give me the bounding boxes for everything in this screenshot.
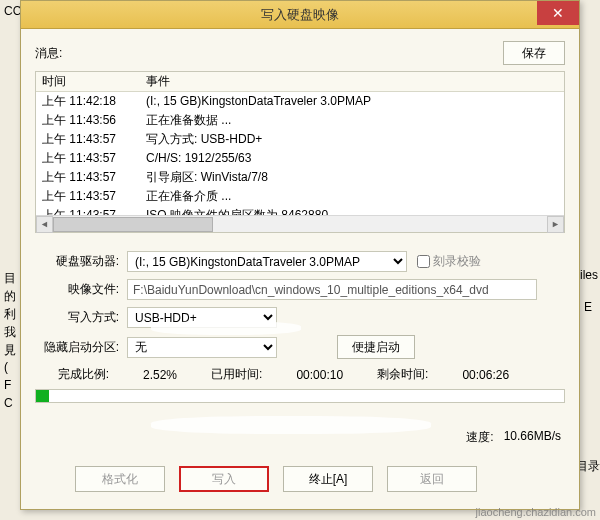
log-time: 上午 11:43:56 bbox=[42, 112, 146, 129]
log-time: 上午 11:43:57 bbox=[42, 131, 146, 148]
write-mode-select[interactable]: USB-HDD+ bbox=[127, 307, 277, 328]
log-event: 写入方式: USB-HDD+ bbox=[146, 131, 558, 148]
log-row[interactable]: 上午 11:43:57引导扇区: WinVista/7/8 bbox=[36, 168, 564, 187]
scroll-thumb[interactable] bbox=[53, 217, 213, 232]
save-button[interactable]: 保存 bbox=[503, 41, 565, 65]
progress-remain-value: 00:06:26 bbox=[462, 368, 509, 382]
watermark: jiaocheng.chazidian.com bbox=[476, 506, 596, 518]
window-title: 写入硬盘映像 bbox=[261, 6, 339, 24]
bg-text: C bbox=[4, 396, 13, 410]
progress-elapsed-label: 已用时间: bbox=[211, 366, 262, 383]
bg-text: E bbox=[584, 300, 592, 314]
bg-text: 見 bbox=[4, 342, 16, 359]
hidden-boot-select[interactable]: 无 bbox=[127, 337, 277, 358]
back-button[interactable]: 返回 bbox=[387, 466, 477, 492]
progress-done-value: 2.52% bbox=[143, 368, 177, 382]
verify-checkbox-input[interactable] bbox=[417, 255, 430, 268]
log-row[interactable]: 上午 11:43:56正在准备数据 ... bbox=[36, 111, 564, 130]
progress-bar-fill bbox=[36, 390, 49, 402]
bg-text: 利 bbox=[4, 306, 16, 323]
titlebar[interactable]: 写入硬盘映像 ✕ bbox=[21, 1, 579, 29]
log-row[interactable]: 上午 11:43:57正在准备介质 ... bbox=[36, 187, 564, 206]
progress-done-label: 完成比例: bbox=[35, 366, 109, 383]
log-time: 上午 11:43:57 bbox=[42, 188, 146, 205]
log-event: 引导扇区: WinVista/7/8 bbox=[146, 169, 558, 186]
dialog-write-disk-image: 写入硬盘映像 ✕ 消息: 保存 时间 事件 上午 11:42:18(I:, 15… bbox=[20, 0, 580, 510]
log-event: 正在准备数据 ... bbox=[146, 112, 558, 129]
progress-elapsed-value: 00:00:10 bbox=[296, 368, 343, 382]
quick-boot-button[interactable]: 便捷启动 bbox=[337, 335, 415, 359]
write-mode-label: 写入方式: bbox=[35, 309, 127, 326]
log-col-time[interactable]: 时间 bbox=[42, 73, 146, 90]
log-time: 上午 11:42:18 bbox=[42, 93, 146, 110]
abort-button[interactable]: 终止[A] bbox=[283, 466, 373, 492]
format-button[interactable]: 格式化 bbox=[75, 466, 165, 492]
horizontal-scrollbar[interactable]: ◄ ► bbox=[36, 215, 564, 232]
log-row[interactable]: 上午 11:43:57写入方式: USB-HDD+ bbox=[36, 130, 564, 149]
bg-text: F bbox=[4, 378, 11, 392]
image-label: 映像文件: bbox=[35, 281, 127, 298]
log-row[interactable]: 上午 11:43:57C/H/S: 1912/255/63 bbox=[36, 149, 564, 168]
log-row[interactable]: 上午 11:42:18(I:, 15 GB)KingstonDataTravel… bbox=[36, 92, 564, 111]
drive-select[interactable]: (I:, 15 GB)KingstonDataTraveler 3.0PMAP bbox=[127, 251, 407, 272]
log-body[interactable]: 上午 11:42:18(I:, 15 GB)KingstonDataTravel… bbox=[36, 92, 564, 216]
bg-text: ( bbox=[4, 360, 8, 374]
log-time: 上午 11:43:57 bbox=[42, 169, 146, 186]
log-col-event[interactable]: 事件 bbox=[146, 73, 558, 90]
scroll-track[interactable] bbox=[53, 216, 547, 233]
close-button[interactable]: ✕ bbox=[537, 1, 579, 25]
log-time: 上午 11:43:57 bbox=[42, 150, 146, 167]
bg-text: 我 bbox=[4, 324, 16, 341]
progress-remain-label: 剩余时间: bbox=[377, 366, 428, 383]
log-panel: 时间 事件 上午 11:42:18(I:, 15 GB)KingstonData… bbox=[35, 71, 565, 233]
scroll-right-icon[interactable]: ► bbox=[547, 216, 564, 233]
hidden-boot-label: 隐藏启动分区: bbox=[35, 339, 127, 356]
bg-text: CC bbox=[4, 4, 21, 18]
bg-text: 的 bbox=[4, 288, 16, 305]
verify-checkbox[interactable]: 刻录校验 bbox=[417, 253, 481, 270]
close-icon: ✕ bbox=[552, 5, 564, 21]
verify-label: 刻录校验 bbox=[433, 253, 481, 270]
log-event: 正在准备介质 ... bbox=[146, 188, 558, 205]
log-event: (I:, 15 GB)KingstonDataTraveler 3.0PMAP bbox=[146, 93, 558, 110]
drive-label: 硬盘驱动器: bbox=[35, 253, 127, 270]
messages-label: 消息: bbox=[35, 45, 62, 62]
image-path-field[interactable] bbox=[127, 279, 537, 300]
scroll-left-icon[interactable]: ◄ bbox=[36, 216, 53, 233]
speed-label: 速度: bbox=[466, 429, 493, 446]
speed-value: 10.66MB/s bbox=[504, 429, 561, 446]
progress-bar bbox=[35, 389, 565, 403]
write-button[interactable]: 写入 bbox=[179, 466, 269, 492]
bg-text: 目 bbox=[4, 270, 16, 287]
log-event: C/H/S: 1912/255/63 bbox=[146, 150, 558, 167]
